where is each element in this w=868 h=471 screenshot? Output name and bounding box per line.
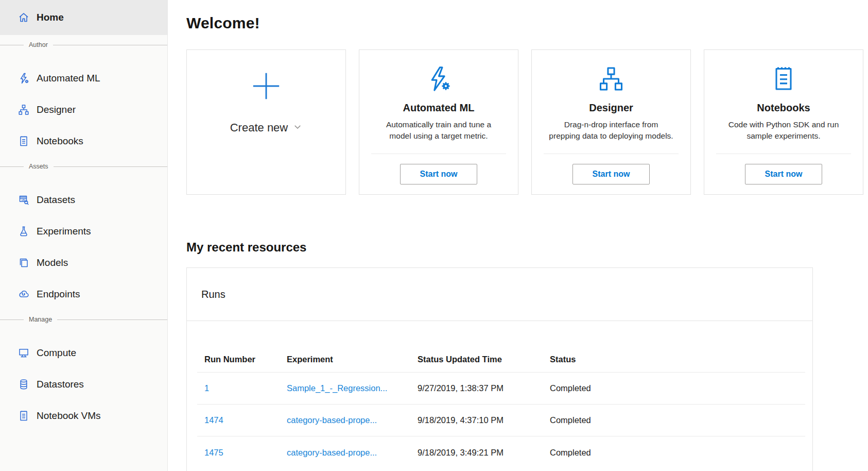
page-title: Welcome!: [186, 14, 868, 32]
designer-icon: [597, 63, 626, 95]
recent-resources-title: My recent resources: [186, 240, 868, 255]
sidebar-section-assets: Assets: [0, 157, 167, 176]
sidebar-item-label: Datasets: [37, 194, 75, 206]
status-updated-time: 9/27/2019, 1:38:37 PM: [418, 383, 550, 393]
automated-ml-icon: [424, 63, 453, 95]
divider: [57, 319, 167, 320]
card-description: Automatically train and tune a model usi…: [375, 119, 502, 142]
divider: [0, 166, 24, 167]
runs-panel: Runs Run Number Experiment Status Update…: [186, 267, 813, 471]
endpoints-icon: [18, 288, 30, 300]
divider: [53, 45, 167, 45]
sidebar-item-compute[interactable]: Compute: [0, 337, 167, 368]
main-content: Welcome! Create new: [168, 0, 868, 471]
sidebar-item-label: Notebooks: [37, 136, 83, 147]
plus-icon: [250, 70, 282, 103]
sidebar-item-automated-ml[interactable]: Automated ML: [0, 62, 167, 94]
status-value: Completed: [550, 415, 805, 425]
card-title: Automated ML: [403, 102, 475, 114]
table-row[interactable]: 1475 category-based-prope... 9/18/2019, …: [197, 436, 805, 468]
section-label: Assets: [29, 163, 48, 170]
card-title: Designer: [589, 102, 633, 114]
datasets-icon: [18, 194, 30, 206]
sidebar-item-endpoints[interactable]: Endpoints: [0, 278, 167, 310]
table-row[interactable]: 1 Sample_1_-_Regression... 9/27/2019, 1:…: [197, 373, 805, 405]
table-row[interactable]: 1474 category-based-prope... 9/18/2019, …: [197, 405, 805, 436]
sidebar: Home Author Aut: [0, 0, 168, 471]
column-header-status: Status: [550, 355, 805, 364]
start-now-button-notebooks[interactable]: Start now: [745, 164, 822, 184]
experiment-link[interactable]: category-based-prope...: [287, 415, 377, 425]
sidebar-item-label: Experiments: [37, 226, 91, 237]
status-updated-time: 9/18/2019, 4:37:10 PM: [418, 415, 550, 425]
sidebar-item-notebook-vms[interactable]: Notebook VMs: [0, 400, 167, 431]
azure-ml-studio-home: Home Author Aut: [0, 0, 868, 471]
start-now-button-automated-ml[interactable]: Start now: [400, 164, 477, 184]
sidebar-item-label: Datastores: [37, 379, 84, 390]
sidebar-item-label: Notebook VMs: [37, 410, 101, 422]
notebooks-card: Notebooks Code with Python SDK and run s…: [704, 49, 863, 195]
sidebar-item-designer[interactable]: Designer: [0, 94, 167, 125]
run-number-link[interactable]: 1: [204, 383, 209, 393]
status-value: Completed: [550, 448, 805, 458]
experiments-icon: [18, 225, 30, 238]
designer-card: Designer Drag-n-drop interface from prep…: [531, 49, 691, 195]
sidebar-item-experiments[interactable]: Experiments: [0, 215, 167, 247]
sidebar-item-label: Automated ML: [37, 73, 100, 84]
create-new-label: Create new: [230, 121, 288, 134]
experiment-link[interactable]: category-based-prope...: [287, 448, 377, 457]
divider: [0, 319, 24, 320]
notebook-vms-icon: [18, 410, 30, 422]
datastores-icon: [18, 378, 30, 391]
divider: [54, 166, 167, 167]
card-description: Drag-n-drop interface from prepping data…: [548, 119, 674, 142]
notebooks-icon: [769, 63, 798, 95]
card-description: Code with Python SDK and run sample expe…: [720, 119, 847, 142]
column-header-experiment: Experiment: [287, 355, 418, 364]
home-icon: [18, 11, 30, 24]
table-header-row: Run Number Experiment Status Updated Tim…: [197, 347, 805, 373]
sidebar-item-label: Designer: [37, 104, 76, 115]
sidebar-item-datastores[interactable]: Datastores: [0, 368, 167, 400]
experiment-link[interactable]: Sample_1_-_Regression...: [287, 383, 387, 393]
run-number-link[interactable]: 1474: [204, 415, 223, 425]
chevron-down-icon: [293, 121, 302, 134]
card-title: Notebooks: [757, 102, 810, 114]
models-icon: [18, 257, 30, 269]
sidebar-item-label: Models: [37, 257, 68, 268]
create-new-card[interactable]: Create new: [186, 49, 346, 195]
runs-table: Run Number Experiment Status Updated Tim…: [187, 347, 812, 468]
start-now-button-designer[interactable]: Start now: [572, 164, 650, 184]
sidebar-section-manage: Manage: [0, 310, 167, 329]
status-value: Completed: [550, 383, 805, 393]
section-label: Manage: [29, 316, 52, 323]
sidebar-item-label: Endpoints: [37, 289, 80, 300]
section-label: Author: [29, 41, 48, 48]
column-header-run-number: Run Number: [197, 355, 287, 364]
run-number-link[interactable]: 1475: [204, 448, 223, 457]
designer-icon: [18, 104, 30, 116]
sidebar-item-datasets[interactable]: Datasets: [0, 184, 167, 215]
automated-ml-icon: [18, 72, 30, 85]
feature-cards-row: Create new: [186, 49, 868, 195]
column-header-status-updated-time: Status Updated Time: [418, 355, 550, 364]
sidebar-section-author: Author: [0, 35, 167, 55]
compute-icon: [18, 347, 30, 359]
divider: [0, 45, 24, 45]
sidebar-item-notebooks[interactable]: Notebooks: [0, 125, 167, 157]
sidebar-item-label: Compute: [37, 347, 76, 359]
runs-panel-title: Runs: [187, 268, 812, 321]
status-updated-time: 9/18/2019, 3:49:21 PM: [418, 448, 550, 458]
sidebar-item-models[interactable]: Models: [0, 247, 167, 278]
automated-ml-card: Automated ML Automatically train and tun…: [359, 49, 518, 195]
sidebar-item-home[interactable]: Home: [0, 0, 167, 35]
notebooks-icon: [18, 135, 30, 147]
sidebar-item-label: Home: [37, 12, 64, 23]
